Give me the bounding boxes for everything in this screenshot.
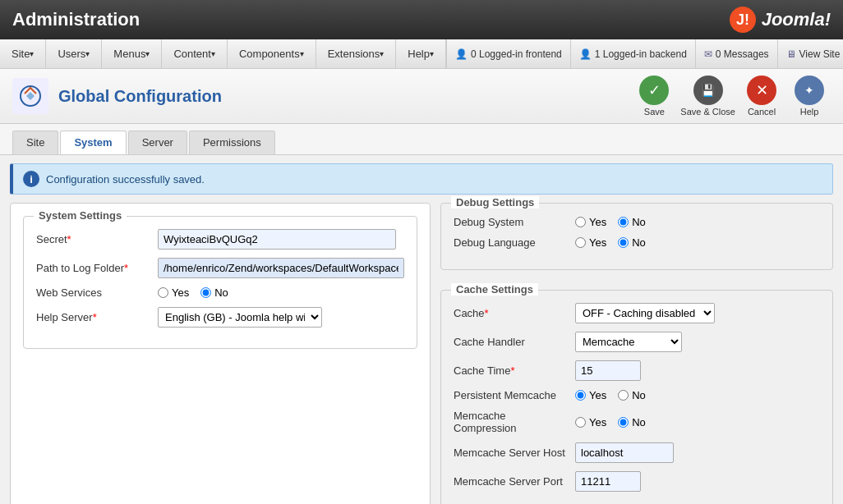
debug-language-radios: Yes No [575, 236, 646, 249]
joomla-logo: J! Joomla! [728, 5, 831, 34]
persistent-memcache-row: Persistent Memcache Yes No [454, 389, 820, 401]
memcache-compression-row: Memcache Compression Yes No [454, 410, 820, 434]
compression-no-radio[interactable] [618, 417, 629, 428]
web-services-row: Web Services Yes No [36, 286, 404, 299]
cancel-button[interactable]: ✕ Cancel [740, 76, 783, 117]
web-services-radios: Yes No [158, 286, 228, 299]
debug-settings-section: Debug Settings Debug System Yes No Debug… [440, 203, 833, 270]
nav-item-users[interactable]: Users [46, 39, 102, 69]
help-icon: ✦ [795, 76, 824, 105]
tab-server[interactable]: Server [128, 131, 187, 154]
memcache-port-label: Memcache Server Port [454, 475, 569, 488]
debug-language-no-radio[interactable] [618, 237, 629, 248]
toolbar-area: Global Configuration ✓ Save 💾 Save & Clo… [0, 69, 843, 124]
nav-item-menus[interactable]: Menus [102, 39, 162, 69]
tab-permissions[interactable]: Permissions [189, 131, 275, 154]
main-content: System Settings Secret* Path to Log Fold… [0, 203, 843, 504]
web-services-label: Web Services [36, 286, 151, 299]
web-services-yes-radio[interactable] [158, 287, 168, 298]
config-icon [18, 84, 43, 108]
persistent-yes-option[interactable]: Yes [575, 389, 606, 401]
nav-item-help[interactable]: Help [396, 39, 446, 69]
compression-yes-option[interactable]: Yes [575, 416, 606, 428]
secret-required: * [67, 233, 71, 245]
info-bar: i Configuration successfully saved. [10, 163, 833, 195]
debug-system-no-radio[interactable] [618, 217, 629, 227]
debug-language-yes-option[interactable]: Yes [575, 236, 606, 249]
system-settings-title: System Settings [34, 209, 127, 222]
cache-select[interactable]: OFF - Caching disabled [575, 303, 715, 323]
right-panels: Debug Settings Debug System Yes No Debug… [440, 203, 833, 504]
web-services-yes-option[interactable]: Yes [158, 286, 189, 299]
status-messages[interactable]: ✉ 0 Messages [695, 39, 777, 69]
help-server-row: Help Server* English (GB) - Joomla help … [36, 307, 404, 328]
debug-language-no-option[interactable]: No [618, 236, 646, 249]
cache-time-input[interactable] [575, 360, 641, 381]
status-backend-users[interactable]: 👤 1 Logged-in backend [570, 39, 695, 69]
persistent-no-option[interactable]: No [618, 389, 646, 401]
debug-settings-title: Debug Settings [451, 196, 539, 208]
nav-item-content[interactable]: Content [162, 39, 228, 69]
persistent-memcache-radios: Yes No [575, 389, 646, 401]
cache-time-required: * [510, 364, 514, 377]
nav-item-site[interactable]: Site [0, 39, 46, 69]
secret-row: Secret* [36, 229, 404, 250]
debug-system-yes-option[interactable]: Yes [575, 216, 606, 228]
secret-label: Secret* [36, 233, 151, 245]
cache-handler-select[interactable]: Memcache [575, 332, 682, 352]
cache-time-label: Cache Time* [454, 364, 569, 377]
app-title: Administration [12, 9, 140, 30]
nav-item-extensions[interactable]: Extensions [316, 39, 397, 69]
toolbar-buttons: ✓ Save 💾 Save & Close ✕ Cancel ✦ Help [633, 76, 831, 117]
debug-system-yes-radio[interactable] [575, 217, 586, 227]
header: Administration J! Joomla! [0, 0, 843, 39]
memcache-host-input[interactable] [575, 442, 674, 463]
memcache-host-row: Memcache Server Host [454, 442, 820, 463]
nav-status: 👤 0 Logged-in frontend 👤 1 Logged-in bac… [446, 39, 843, 69]
cache-row: Cache* OFF - Caching disabled [454, 303, 820, 323]
compression-no-option[interactable]: No [618, 416, 646, 428]
persistent-yes-radio[interactable] [575, 390, 586, 401]
memcache-compression-label: Memcache Compression [454, 410, 569, 434]
status-frontend-users[interactable]: 👤 0 Logged-in frontend [446, 39, 570, 69]
screen-icon: 🖥 [786, 48, 796, 60]
save-close-button[interactable]: 💾 Save & Close [680, 76, 735, 117]
web-services-no-radio[interactable] [200, 287, 211, 298]
status-view-site[interactable]: 🖥 View Site [777, 39, 843, 69]
secret-input[interactable] [158, 229, 396, 250]
cancel-icon: ✕ [747, 76, 776, 105]
user-backend-icon: 👤 [579, 48, 592, 60]
nav-item-components[interactable]: Components [228, 39, 316, 69]
cache-label: Cache* [454, 307, 569, 319]
navbar: Site Users Menus Content Components Exte… [0, 39, 843, 69]
sub-tabs: Site System Server Permissions [0, 124, 843, 155]
path-required: * [124, 262, 128, 274]
debug-system-no-option[interactable]: No [618, 216, 646, 228]
system-settings-section: System Settings Secret* Path to Log Fold… [23, 216, 417, 349]
save-icon: ✓ [639, 76, 669, 105]
cache-required: * [485, 307, 489, 319]
help-button[interactable]: ✦ Help [788, 76, 831, 117]
debug-language-row: Debug Language Yes No [454, 236, 820, 249]
tab-system[interactable]: System [60, 131, 126, 154]
user-icon: 👤 [455, 48, 468, 60]
save-button[interactable]: ✓ Save [633, 76, 675, 117]
help-server-select[interactable]: English (GB) - Joomla help wiki [158, 307, 322, 328]
svg-text:J!: J! [736, 11, 749, 28]
debug-system-label: Debug System [454, 216, 569, 228]
path-log-label: Path to Log Folder* [36, 262, 151, 274]
tab-site[interactable]: Site [12, 131, 58, 154]
help-server-required: * [93, 311, 97, 323]
save-close-icon: 💾 [693, 76, 723, 105]
web-services-no-option[interactable]: No [200, 286, 228, 299]
persistent-no-radio[interactable] [618, 390, 629, 401]
joomla-logo-icon: J! [728, 5, 758, 34]
toolbar-title-row: Global Configuration [12, 78, 222, 114]
debug-language-yes-radio[interactable] [575, 237, 586, 248]
compression-yes-radio[interactable] [575, 417, 586, 428]
memcache-port-input[interactable] [575, 471, 641, 492]
path-log-input[interactable] [158, 258, 404, 278]
system-settings-panel: System Settings Secret* Path to Log Fold… [10, 203, 431, 504]
memcache-compression-radios: Yes No [575, 416, 646, 428]
debug-language-label: Debug Language [454, 236, 569, 249]
